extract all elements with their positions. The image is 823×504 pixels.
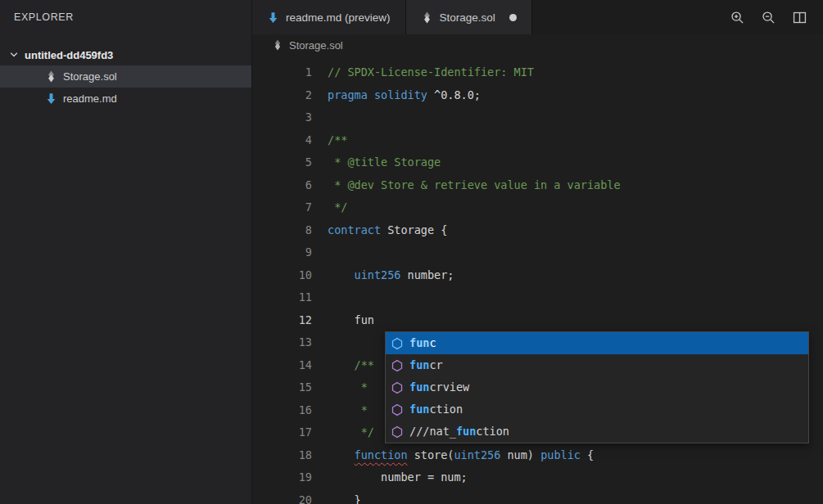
code-line[interactable]: * @title Storage	[328, 151, 621, 174]
suggestion-item[interactable]: function	[386, 398, 808, 421]
editor-actions	[730, 0, 823, 34]
line-number: 18	[252, 444, 312, 467]
editor-gutter: 1234567891011121314151617181920	[252, 61, 312, 504]
file-list: Storage.solreadme.md	[0, 65, 251, 110]
editor-area: readme.md (preview) Storage.sol Storage.…	[252, 0, 823, 504]
suggestion-label: function	[409, 398, 463, 421]
suggestion-item[interactable]: func	[386, 332, 808, 354]
solidity-icon	[272, 39, 283, 51]
suggestion-item[interactable]: funcr	[386, 354, 808, 376]
code-line[interactable]	[328, 286, 621, 309]
breadcrumb-file: Storage.sol	[289, 39, 343, 52]
markdown-icon	[45, 92, 57, 105]
line-number: 8	[252, 219, 312, 242]
tab-bar: readme.md (preview) Storage.sol	[252, 0, 823, 34]
line-number: 5	[252, 151, 312, 174]
suggestion-label: funcr	[409, 354, 443, 377]
line-number: 9	[252, 241, 312, 264]
line-number: 11	[252, 286, 312, 309]
modified-dot-icon[interactable]	[509, 14, 517, 21]
line-number: 15	[252, 376, 312, 399]
line-number: 1	[252, 61, 312, 84]
line-number: 12	[252, 309, 312, 332]
code-line[interactable]: fun	[328, 309, 621, 332]
line-number: 6	[252, 174, 312, 197]
code-line[interactable]: * @dev Store & retrieve value in a varia…	[328, 174, 621, 197]
code-line[interactable]	[328, 241, 621, 264]
file-item-storage-sol[interactable]: Storage.sol	[0, 65, 251, 88]
breadcrumb[interactable]: Storage.sol	[252, 34, 823, 56]
line-number: 7	[252, 196, 312, 219]
symbol-method-icon	[391, 403, 404, 416]
suggestion-label: funcrview	[409, 376, 469, 399]
line-number: 17	[252, 421, 312, 444]
workspace-folder[interactable]: untitled-dd459fd3	[0, 44, 251, 65]
line-number: 13	[252, 331, 312, 354]
line-number: 2	[252, 84, 312, 107]
line-number: 19	[252, 466, 312, 489]
markdown-icon	[267, 11, 279, 24]
symbol-method-icon	[391, 381, 404, 394]
suggestion-item[interactable]: ///nat_function	[386, 421, 808, 443]
code-editor[interactable]: 1234567891011121314151617181920 // SPDX-…	[252, 56, 823, 504]
code-line[interactable]: pragma solidity ^0.8.0;	[328, 84, 621, 107]
tab-label: readme.md (preview)	[286, 11, 391, 24]
tab-label: Storage.sol	[440, 11, 495, 24]
symbol-method-icon	[391, 425, 404, 439]
explorer-title: EXPLORER	[0, 0, 251, 36]
code-line[interactable]: // SPDX-License-Identifier: MIT	[328, 61, 621, 84]
line-number: 14	[252, 354, 312, 377]
code-line[interactable]: uint256 number;	[328, 264, 621, 287]
suggestion-label: ///nat_function	[409, 421, 509, 443]
symbol-method-icon	[391, 359, 404, 372]
workspace-name: untitled-dd459fd3	[25, 49, 113, 61]
line-number: 4	[252, 129, 312, 152]
code-editor-window: EXPLORER untitled-dd459fd3 Storage.solre…	[0, 0, 823, 504]
zoom-out-icon[interactable]	[761, 10, 776, 25]
tab-storage[interactable]: Storage.sol	[406, 0, 532, 34]
code-line[interactable]: */	[328, 196, 621, 219]
file-name: readme.md	[63, 92, 117, 105]
solidity-icon	[421, 11, 433, 24]
code-line[interactable]: number = num;	[328, 466, 621, 489]
solidity-icon	[45, 70, 57, 83]
split-editor-icon[interactable]	[792, 10, 807, 25]
autocomplete-popup: funcfuncrfuncrviewfunction///nat_functio…	[385, 331, 809, 443]
code-line[interactable]: /**	[328, 129, 621, 152]
line-number: 20	[252, 489, 312, 504]
code-line[interactable]: contract Storage {	[328, 219, 621, 242]
line-number: 3	[252, 106, 312, 129]
zoom-in-icon[interactable]	[730, 10, 745, 25]
symbol-method-icon	[391, 337, 404, 350]
line-number: 10	[252, 264, 312, 287]
file-name: Storage.sol	[63, 70, 117, 83]
suggestion-label: func	[409, 332, 436, 355]
chevron-down-icon	[7, 48, 20, 61]
suggestion-item[interactable]: funcrview	[386, 376, 808, 398]
code-line[interactable]: function store(uint256 num) public {	[328, 444, 621, 467]
line-number: 16	[252, 399, 312, 422]
code-line[interactable]: }	[328, 489, 621, 504]
explorer-sidebar: EXPLORER untitled-dd459fd3 Storage.solre…	[0, 0, 252, 504]
file-item-readme-md[interactable]: readme.md	[0, 88, 251, 110]
tab-readme[interactable]: readme.md (preview)	[252, 0, 406, 34]
code-line[interactable]	[328, 106, 621, 129]
